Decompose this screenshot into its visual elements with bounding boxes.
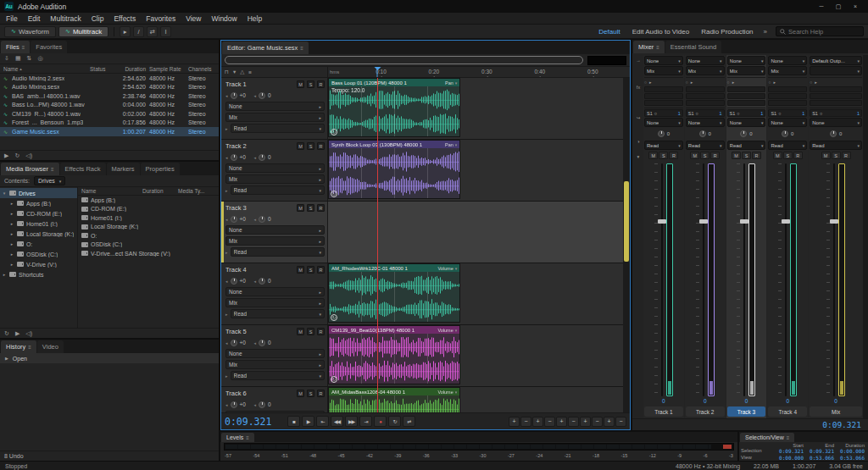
mute-button[interactable]: M	[297, 266, 304, 274]
track-input-select[interactable]: None▸	[225, 287, 325, 296]
column-header-name[interactable]: Name	[81, 188, 142, 194]
output-select[interactable]: Mix▾	[727, 66, 766, 75]
send-slot[interactable]: S1 ○ 1	[810, 109, 862, 117]
zoom-button[interactable]: +	[580, 417, 591, 427]
pan-knob[interactable]	[259, 92, 265, 99]
panel-footer-icon[interactable]: ↻	[14, 152, 19, 159]
menu-item[interactable]: Multitrack	[50, 14, 81, 23]
pan-knob[interactable]	[259, 401, 265, 408]
zoom-button[interactable]: +	[604, 417, 615, 427]
disclosure-icon[interactable]: ▸	[225, 126, 228, 131]
panel-tab[interactable]: Properties≡	[141, 163, 180, 175]
track-name[interactable]: Track 1	[225, 80, 294, 88]
panel-menu-icon[interactable]: ≡	[246, 435, 249, 440]
panel-tab[interactable]: Files≡	[1, 41, 30, 53]
volume-value[interactable]: 0	[644, 398, 683, 406]
transport-button[interactable]: ↻	[388, 416, 401, 427]
menu-item[interactable]: View	[186, 14, 201, 23]
solo-button[interactable]: S	[307, 142, 314, 150]
menu-item[interactable]: File	[6, 14, 18, 23]
mute-button[interactable]: M	[732, 152, 741, 159]
fx-slot[interactable]	[768, 93, 807, 99]
track-output-select[interactable]: Mix▸	[225, 236, 325, 246]
contents-dropdown[interactable]: Drives▾	[34, 176, 65, 185]
solo-button[interactable]: S	[742, 152, 751, 159]
arm-record-button[interactable]: R	[752, 152, 761, 159]
mute-button[interactable]: M	[773, 152, 782, 159]
caret-right-icon[interactable]: ▸	[649, 80, 652, 85]
scrollbar-thumb[interactable]	[624, 181, 629, 262]
panel-tab[interactable]: History≡	[1, 340, 36, 353]
panel-footer-icon[interactable]: ▶	[15, 330, 19, 337]
tree-item[interactable]: ▸ Home01 (I:)	[0, 218, 77, 229]
Audio Mixing.sesx[interactable]: ∿Audio Mixing.sesx 2:54.620 48000 Hz Ste…	[0, 83, 219, 92]
track-name[interactable]: Track 6	[225, 390, 294, 397]
tree-item[interactable]: ▸ OSDisk (C:)	[0, 249, 77, 259]
effects-section-icon[interactable]: fx	[637, 85, 640, 90]
track-lane[interactable]: AM_RhodesWrk120C-01 48000 1 Volume▾ ↻	[328, 263, 630, 324]
vertical-scrollbar[interactable]	[623, 78, 630, 412]
clip-header[interactable]: Bass Loop 01 (120BPM) 48000 1 Pan▾	[329, 79, 459, 86]
search-input[interactable]	[788, 28, 860, 36]
send-slot[interactable]: S1 ○ 1	[686, 109, 725, 117]
automation-mode-select[interactable]: Read▾	[231, 247, 325, 257]
zoom-button[interactable]: −	[544, 417, 555, 427]
clip-header[interactable]: AM_MidasBass1208-04 48000 1 Volume▾	[329, 388, 459, 395]
volume-knob[interactable]	[231, 216, 237, 223]
pan-control[interactable]: 0	[810, 128, 862, 140]
arm-record-button[interactable]: R	[317, 266, 325, 274]
pan-knob[interactable]	[259, 216, 265, 223]
view-switch-button[interactable]: ∿Multitrack	[58, 26, 108, 37]
input-select[interactable]: None▾	[644, 56, 683, 65]
zoom-button[interactable]: −	[520, 417, 531, 427]
fx-slot[interactable]	[686, 93, 725, 99]
panel-menu-icon[interactable]: ≡	[51, 167, 54, 172]
mute-button[interactable]: M	[297, 80, 304, 88]
track-controls[interactable]: Track 6 M S R ◂ +0 ◂	[221, 387, 328, 412]
audio-clip[interactable]: CM139_99_Beat10(138PM) 48000 1 Volume▾ ↻	[328, 325, 460, 384]
audio-clip[interactable]: AM_MidasBass1208-04 48000 1 Volume▾ ↻	[328, 387, 460, 412]
track-output-select[interactable]: Mix▸	[225, 174, 325, 184]
pan-knob[interactable]	[658, 130, 665, 137]
pan-knob[interactable]	[259, 340, 265, 346]
transport-button[interactable]: ■	[287, 416, 300, 427]
panel-toolbar-icon[interactable]: ▦	[15, 55, 21, 62]
power-icon[interactable]: ○	[737, 111, 739, 116]
mute-button[interactable]: M	[690, 152, 699, 159]
mute-button[interactable]: M	[297, 328, 304, 335]
volume-knob[interactable]	[231, 340, 237, 346]
volume-knob[interactable]	[231, 92, 237, 99]
BAS_amb...l 48000.1.wav[interactable]: ∿BAS_amb...l 48000.1.wav 2:38.746 48000 …	[0, 91, 219, 101]
clip-automation-select[interactable]: Volume▾	[437, 390, 457, 395]
panel-tab[interactable]: Video≡	[37, 340, 64, 353]
disclosure-icon[interactable]: ▸	[9, 211, 14, 216]
clip-header[interactable]: AM_RhodesWrk120C-01 48000 1 Volume▾	[329, 264, 459, 272]
pan-control[interactable]: 0	[768, 128, 807, 140]
fx-slot[interactable]	[810, 100, 862, 106]
power-icon[interactable]: ○	[686, 80, 688, 85]
workspace-overflow-button[interactable]: »	[760, 28, 771, 36]
strip-name[interactable]: Track 3	[727, 406, 766, 417]
power-icon[interactable]: ○	[810, 80, 812, 85]
track-lane[interactable]: ▾ ↻	[328, 202, 630, 263]
fader-handle[interactable]	[830, 219, 838, 224]
menu-item[interactable]: Window	[211, 14, 236, 23]
solo-button[interactable]: S	[659, 152, 668, 159]
mute-button[interactable]: M	[297, 142, 304, 150]
view-switch-button[interactable]: ∿Waveform	[4, 26, 56, 37]
CD-ROM (E:)[interactable]: CD-ROM (E:)	[78, 205, 219, 214]
editor-tab[interactable]: Editor: Game Music.sesx≡	[222, 41, 309, 54]
strip-name[interactable]: Track 2	[686, 406, 725, 417]
caret-right-icon[interactable]: ▸	[691, 80, 693, 85]
Track 4[interactable]: None▾ Mix▾ ○▸ S1	[767, 55, 808, 418]
zoom-button[interactable]: +	[532, 417, 543, 427]
tree-item[interactable]: ▸ Local Storage (K:)	[0, 229, 77, 239]
send-output-select[interactable]: None▾	[727, 118, 766, 127]
volume-fader[interactable]	[833, 163, 835, 396]
transport-button[interactable]: ●	[374, 416, 387, 427]
volume-fader[interactable]	[743, 163, 745, 396]
help-search-box[interactable]	[776, 26, 864, 36]
automation-mode-select[interactable]: Read▾	[686, 141, 725, 150]
caret-right-icon[interactable]: ▸	[773, 80, 776, 85]
automation-mode-select[interactable]: Read▾	[644, 141, 683, 150]
